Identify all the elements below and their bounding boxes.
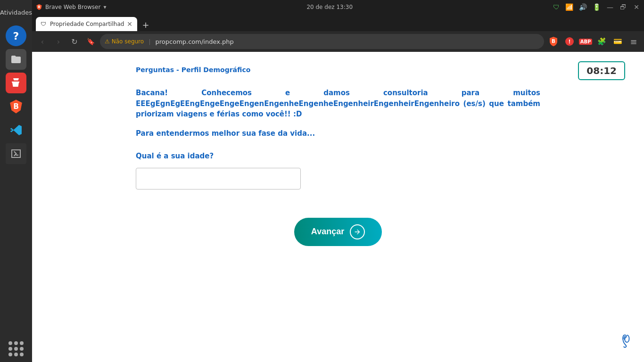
security-warning: ⚠ Não seguro (105, 38, 144, 45)
brave-shield-button[interactable]: B (547, 35, 560, 48)
datetime-label: 20 de dez 13:30 (106, 4, 553, 10)
advance-button-label: Avançar (311, 227, 344, 237)
restore-button[interactable]: 🗗 (619, 3, 627, 11)
address-text: propcomp.com/index.php (156, 38, 234, 45)
brave-shield-icon: B (549, 36, 558, 47)
timer-display: 08:12 (586, 65, 617, 76)
tab-bar: 🛡 Propriedade Compartilhad ✕ + (32, 14, 644, 31)
taskbar: Atividades ? B (0, 0, 32, 362)
new-tab-button[interactable]: + (139, 18, 152, 31)
title-bar-right: 🛡 📶 🔊 🔋 — 🗗 ✕ (553, 3, 640, 11)
menu-button[interactable]: ≡ (627, 35, 640, 48)
age-question-label: Qual é a sua idade? (136, 152, 540, 160)
wallet-button[interactable]: 💳 (611, 35, 624, 48)
ear-icon (619, 332, 630, 353)
breadcrumb: Perguntas - Perfil Demográfico (136, 66, 540, 74)
forward-button[interactable]: › (52, 35, 65, 48)
address-separator: | (149, 38, 150, 45)
bookmark-icon: 🔖 (87, 38, 95, 45)
svg-text:B: B (38, 5, 40, 9)
title-bar-left: B Brave Web Browser ▾ (36, 4, 106, 10)
webpage: 08:12 Perguntas - Perfil Demográfico Bac… (32, 52, 644, 362)
reload-button[interactable]: ↻ (68, 35, 81, 48)
app-grid-button[interactable] (8, 341, 24, 356)
brave-app-button[interactable]: B (6, 96, 26, 117)
vscode-icon (10, 124, 22, 136)
terminal-button[interactable] (6, 143, 26, 164)
brave-logo-icon: B (8, 99, 24, 114)
battery-icon: 🔋 (593, 3, 601, 11)
tab-favicon: 🛡 (41, 21, 47, 27)
extensions-button[interactable]: 🧩 (595, 35, 608, 48)
wifi-icon: 📶 (565, 3, 573, 11)
active-tab[interactable]: 🛡 Propriedade Compartilhad ✕ (36, 17, 137, 31)
adblock-button[interactable]: ABP (579, 35, 592, 48)
reload-icon: ↻ (71, 37, 77, 46)
tab-close-button[interactable]: ✕ (127, 20, 132, 28)
alert-icon: ! (565, 37, 574, 46)
title-bar: B Brave Web Browser ▾ 20 de dez 13:30 🛡 … (32, 0, 644, 14)
forward-icon: › (57, 37, 60, 46)
bookmark-button[interactable]: 🔖 (84, 35, 97, 48)
intro-paragraph: Bacana! Conhecemos e damos consultoria p… (136, 88, 540, 120)
brave-title-icon: B (36, 4, 42, 10)
nav-bar: ‹ › ↻ 🔖 ⚠ Não seguro | propcomp.com/inde… (32, 31, 644, 52)
security-text: Não seguro (112, 38, 144, 45)
folder-button[interactable] (6, 49, 26, 70)
app-name-label: Brave Web Browser (45, 4, 100, 10)
phase-paragraph: Para entendermos melhor sua fase da vida… (136, 129, 540, 138)
activities-button[interactable]: Atividades (0, 2, 32, 23)
webpage-content: 08:12 Perguntas - Perfil Demográfico Bac… (32, 52, 644, 362)
back-button[interactable]: ‹ (36, 35, 49, 48)
back-icon: ‹ (41, 37, 44, 46)
store-button[interactable] (6, 73, 26, 93)
store-icon (10, 77, 22, 89)
help-button[interactable]: ? (6, 25, 26, 46)
tab-title: Propriedade Compartilhad (50, 21, 124, 27)
folder-icon (10, 54, 22, 65)
puzzle-icon: 🧩 (597, 37, 606, 46)
advance-button[interactable]: Avançar (294, 218, 382, 246)
sound-icon: 🔊 (579, 3, 587, 11)
hamburger-icon: ≡ (630, 37, 637, 47)
terminal-icon (10, 148, 22, 159)
svg-text:B: B (13, 102, 19, 111)
wallet-icon: 💳 (613, 37, 622, 46)
close-button[interactable]: ✕ (633, 3, 640, 11)
minimize-button[interactable]: — (606, 3, 614, 11)
address-bar[interactable]: ⚠ Não seguro | propcomp.com/index.php (100, 34, 544, 49)
shield-status-icon: 🛡 (553, 3, 560, 11)
browser-window: B Brave Web Browser ▾ 20 de dez 13:30 🛡 … (32, 0, 644, 362)
abp-icon: ABP (579, 39, 593, 45)
timer-box: 08:12 (578, 61, 625, 80)
svg-text:B: B (552, 38, 555, 44)
advance-arrow-icon (350, 224, 365, 239)
warning-triangle-icon: ⚠ (105, 38, 110, 45)
alert-icon-button[interactable]: ! (563, 35, 576, 48)
vscode-button[interactable] (6, 120, 26, 140)
age-input[interactable] (136, 168, 301, 189)
